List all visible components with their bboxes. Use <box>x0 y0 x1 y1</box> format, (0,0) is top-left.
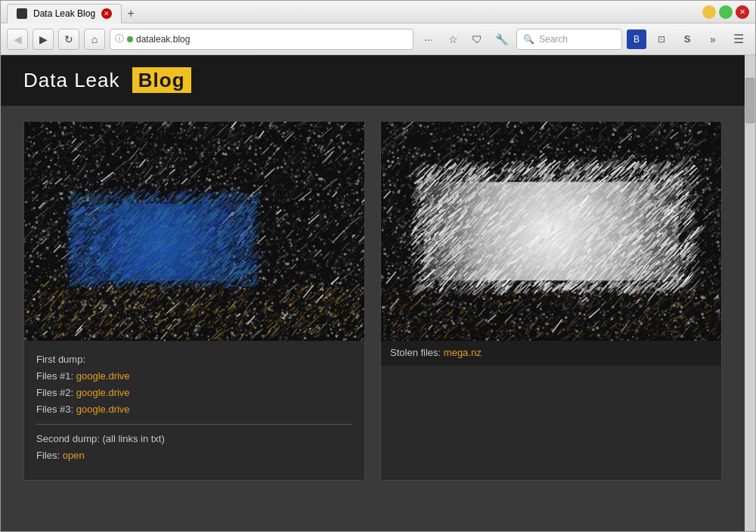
tab-favicon <box>17 8 27 19</box>
hamburger-button[interactable]: ☰ <box>728 29 749 50</box>
address-bar[interactable]: ⓘ dataleak.blog <box>110 29 414 50</box>
tab-close-btn[interactable]: ✕ <box>101 8 112 19</box>
menu-more-button[interactable]: » <box>702 29 723 50</box>
card-1-image <box>24 122 364 341</box>
search-box[interactable]: 🔍 Search <box>516 29 622 50</box>
search-icon: 🔍 <box>523 34 534 45</box>
tab-title: Data Leak Blog <box>33 8 95 19</box>
toolbar-actions: ··· ☆ 🛡 🔧 <box>418 29 512 50</box>
scrollbar-track[interactable] <box>745 55 755 531</box>
main-content: First dump: Files #1: google.drive Files… <box>1 106 755 496</box>
window-controls: ✕ <box>702 5 749 19</box>
extension-button[interactable]: 🔧 <box>491 29 512 50</box>
card-2: Stolen files: mega.nz <box>380 121 722 481</box>
profile-button[interactable]: S <box>677 29 698 50</box>
card-1-files-url[interactable]: open <box>63 450 85 461</box>
search-placeholder: Search <box>539 34 568 45</box>
more-button[interactable]: ··· <box>418 29 439 50</box>
card-1-link1: Files #1: google.drive <box>36 368 352 385</box>
bookmark-button[interactable]: ☆ <box>442 29 463 50</box>
new-tab-button[interactable]: + <box>122 5 140 23</box>
card-1-link2: Files #2: google.drive <box>36 385 352 401</box>
info-icon: ⓘ <box>115 32 124 45</box>
site-title-text: Data Leak <box>23 69 120 91</box>
card-1-body: First dump: Files #1: google.drive Files… <box>24 341 364 480</box>
card-1-link1-url[interactable]: google.drive <box>76 370 130 382</box>
security-indicator <box>127 36 133 42</box>
card-1-caption: First dump: <box>36 351 352 368</box>
card-1: First dump: Files #1: google.drive Files… <box>23 121 365 481</box>
browser-toolbar: ◀ ▶ ↻ ⌂ ⓘ dataleak.blog ··· ☆ 🛡 🔧 🔍 Sear… <box>1 23 755 55</box>
site-header: Data Leak Blog <box>1 55 755 106</box>
card-1-section2: Second dump: (all links in txt) <box>36 431 352 447</box>
page-content: Data Leak Blog First dump: Files #1: goo… <box>1 55 755 531</box>
maximize-button[interactable] <box>719 5 733 19</box>
site-title: Data Leak Blog <box>23 69 191 92</box>
card-1-link3: Files #3: google.drive <box>36 401 352 418</box>
card-1-canvas <box>24 122 364 341</box>
card-2-image <box>381 122 721 341</box>
back-button[interactable]: ◀ <box>7 29 28 50</box>
sync-button[interactable]: ⊡ <box>651 29 672 50</box>
card-1-files: Files: open <box>36 447 352 464</box>
title-bar: Data Leak Blog ✕ + ✕ <box>1 1 755 23</box>
card-2-canvas <box>381 122 721 341</box>
site-title-highlight: Blog <box>132 67 191 93</box>
url-text: dataleak.blog <box>136 34 408 45</box>
minimize-button[interactable] <box>702 5 716 19</box>
home-button[interactable]: ⌂ <box>84 29 105 50</box>
close-button[interactable]: ✕ <box>736 5 749 19</box>
scrollbar-thumb[interactable] <box>745 78 754 123</box>
card-1-link3-url[interactable]: google.drive <box>76 404 130 415</box>
card-2-caption: Stolen files: mega.nz <box>381 341 721 366</box>
card-2-url[interactable]: mega.nz <box>444 347 482 358</box>
shield-button[interactable]: 🛡 <box>466 29 488 50</box>
card-1-divider <box>36 424 352 425</box>
user-button[interactable]: B <box>627 29 646 49</box>
forward-button[interactable]: ▶ <box>33 29 54 50</box>
browser-tab[interactable]: Data Leak Blog ✕ <box>7 4 122 23</box>
card-1-link2-url[interactable]: google.drive <box>76 387 130 398</box>
reload-button[interactable]: ↻ <box>58 29 79 50</box>
